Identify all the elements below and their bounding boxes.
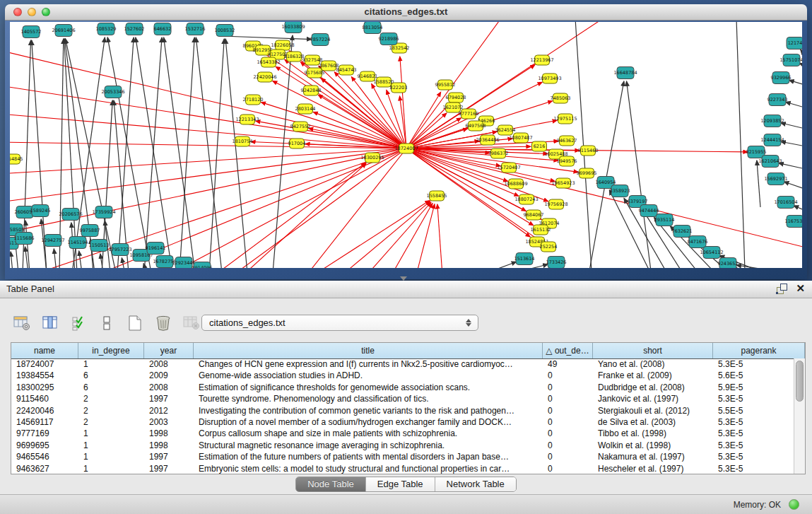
table-row[interactable]: 1830029562008Estimation of significance … — [11, 382, 794, 393]
graph-node[interactable]: 12093852 — [760, 115, 784, 127]
graph-node[interactable]: 1405572 — [21, 26, 42, 38]
tab-edge-table[interactable]: Edge Table — [366, 477, 435, 491]
graph-node[interactable]: 1115686 — [14, 233, 35, 245]
graph-node[interactable]: 12975115 — [553, 114, 577, 124]
select-all-rows-icon[interactable] — [69, 314, 88, 332]
column-header-2[interactable]: year — [144, 343, 194, 358]
graph-node[interactable]: 252254 — [540, 242, 558, 252]
graph-node[interactable]: 6216 — [532, 141, 547, 151]
graph-node[interactable]: 1085329 — [96, 23, 117, 35]
graph-node[interactable]: 8813054 — [363, 22, 383, 34]
graph-node[interactable]: 1513614 — [514, 253, 535, 265]
graph-node[interactable]: 9474444 — [639, 205, 659, 217]
graph-node[interactable]: 1810754 — [233, 136, 253, 146]
network-view[interactable]: 1872400789601228912955182260589127503165… — [10, 22, 802, 268]
column-header-0[interactable]: name — [11, 343, 78, 358]
graph-node[interactable]: 9699695 — [577, 168, 597, 178]
graph-node[interactable]: 10973493 — [538, 74, 561, 83]
graph-node[interactable]: 12213967 — [530, 55, 553, 65]
graph-node[interactable]: 1615132 — [531, 225, 551, 235]
graph-node[interactable]: 9955812 — [435, 80, 456, 90]
graph-node[interactable]: 16033809 — [281, 22, 305, 33]
table-row[interactable]: 2242004622012Investigating the contribut… — [11, 405, 794, 416]
graph-node[interactable]: 10688609 — [504, 179, 527, 189]
citation-network-canvas[interactable]: 1872400789601228912955182260589127503165… — [10, 22, 802, 268]
graph-node[interactable]: 20206576 — [59, 209, 82, 221]
graph-node[interactable]: 19654923 — [551, 178, 575, 188]
graph-node[interactable]: 9329966 — [771, 72, 792, 84]
column-header-1[interactable]: in_degree — [78, 343, 144, 358]
graph-node[interactable]: 2803144 — [295, 104, 316, 114]
graph-node[interactable]: 9227343 — [767, 94, 788, 106]
graph-node[interactable]: 15720407 — [497, 163, 520, 173]
column-visibility-icon[interactable] — [41, 314, 59, 332]
graph-node[interactable]: 18226058 — [271, 40, 294, 50]
graph-node[interactable]: 822203 — [390, 83, 408, 93]
graph-node[interactable]: 9684067 — [524, 210, 544, 220]
graph-node[interactable]: 9196141 — [146, 243, 166, 255]
graph-node[interactable]: 917004 — [288, 139, 306, 148]
graph-node[interactable]: 8914096 — [192, 262, 213, 269]
column-header-5[interactable]: short — [593, 343, 713, 358]
graph-node[interactable]: 7632621 — [672, 226, 693, 238]
row-height-icon[interactable] — [98, 314, 116, 332]
graph-node[interactable]: 9242848 — [301, 86, 322, 95]
graph-node[interactable]: 2718120 — [243, 95, 264, 105]
graph-node[interactable]: 8471676 — [688, 236, 708, 248]
graph-node[interactable]: 12174 — [787, 37, 802, 49]
new-table-icon[interactable] — [126, 314, 144, 332]
graph-node[interactable]: 6497568 — [466, 121, 486, 131]
graph-node[interactable]: 20691406 — [52, 25, 75, 37]
graph-node[interactable]: 646632 — [154, 23, 172, 35]
graph-node[interactable]: 9777169 — [459, 109, 479, 119]
close-panel-icon[interactable]: ✕ — [796, 283, 805, 294]
graph-node[interactable]: 20364486 — [476, 135, 499, 145]
table-row[interactable]: 969969511998Structural magnetic resonanc… — [11, 440, 794, 451]
table-row[interactable]: 946554611997Estimation of the future num… — [11, 451, 794, 462]
table-row[interactable]: 911546021997Tourette syndrome. Phenomeno… — [11, 393, 794, 404]
graph-node[interactable]: 1008532 — [215, 25, 235, 37]
table-selector[interactable]: citations_edges.txt — [201, 315, 478, 331]
tab-node-table[interactable]: Node Table — [296, 477, 366, 491]
graph-node[interactable]: 1558455 — [427, 191, 447, 201]
column-header-6[interactable]: pagerank — [713, 343, 805, 358]
graph-node[interactable]: 16648784 — [613, 67, 637, 79]
graph-node[interactable]: 1150513 — [89, 240, 110, 252]
window-titlebar[interactable]: citations_edges.txt — [5, 4, 807, 21]
tab-network-table[interactable]: Network Table — [435, 477, 516, 491]
graph-node[interactable]: 2935114 — [654, 214, 675, 226]
table-row[interactable]: 946362711997Embryonic stem cells: a mode… — [11, 463, 794, 474]
graph-node[interactable]: 15751074 — [779, 54, 802, 66]
graph-node[interactable]: 12444154 — [760, 134, 784, 146]
graph-node[interactable]: 1167533 — [785, 216, 802, 228]
graph-node[interactable]: 1145194 — [68, 237, 88, 249]
graph-node[interactable]: 22420046 — [253, 72, 276, 82]
graph-node[interactable]: 9243652 — [718, 258, 739, 269]
graph-node[interactable]: 12942757 — [41, 235, 64, 247]
delete-table-icon[interactable] — [182, 314, 201, 332]
graph-node[interactable]: 9975887 — [80, 225, 100, 237]
vertical-scrollbar[interactable] — [794, 358, 805, 474]
graph-node[interactable]: 6794028 — [446, 93, 466, 103]
graph-node[interactable]: 1733426 — [546, 257, 567, 269]
table-row[interactable]: 1456911722003Disruption of a novel membe… — [11, 416, 794, 428]
scrollbar-thumb[interactable] — [796, 361, 804, 402]
graph-node[interactable]: 16210643 — [758, 156, 782, 168]
graph-node[interactable]: 9115460 — [578, 146, 599, 156]
graph-node[interactable]: 15692971 — [764, 173, 787, 185]
column-header-3[interactable]: title — [194, 343, 543, 358]
graph-node[interactable]: 8427552 — [290, 122, 311, 132]
graph-node[interactable]: 3624554 — [495, 125, 516, 135]
graph-node[interactable]: 7857224 — [310, 34, 331, 46]
graph-node[interactable]: 17016504 — [774, 197, 797, 209]
table-row[interactable]: 977716911998Corpus callosum shape and si… — [11, 428, 794, 439]
graph-node[interactable]: 1527602 — [124, 23, 145, 35]
graph-node[interactable]: 9218986 — [379, 33, 399, 45]
graph-node[interactable]: 8358923 — [610, 185, 630, 197]
graph-node[interactable]: 17957223 — [108, 244, 131, 256]
graph-node[interactable]: 9175685 — [305, 68, 325, 78]
column-header-4[interactable]: △ out_de… — [543, 343, 593, 358]
float-panel-icon[interactable] — [776, 283, 787, 294]
graph-node[interactable]: 9463627 — [557, 136, 577, 146]
table-row[interactable]: 1938455462009Genome-wide association stu… — [11, 370, 794, 381]
